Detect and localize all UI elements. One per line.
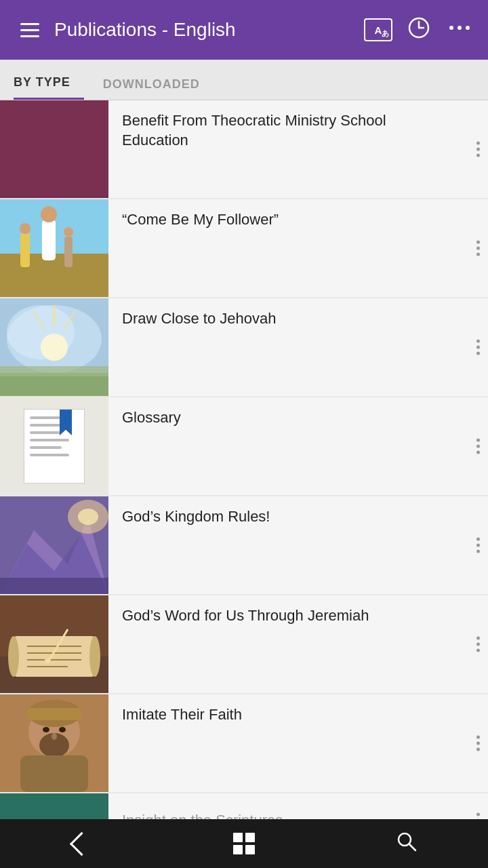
publication-thumbnail (0, 793, 108, 819)
hamburger-icon (20, 23, 39, 37)
svg-line-51 (409, 844, 415, 850)
svg-point-14 (64, 227, 73, 237)
list-item[interactable]: Glossary (0, 397, 488, 495)
publication-info: Draw Close to Jehovah (108, 298, 488, 396)
list-item[interactable]: “Come Be My Follower” (0, 199, 488, 297)
svg-point-18 (41, 334, 68, 361)
publication-info: Insight on the Scriptures... (108, 793, 488, 819)
more-options-icon (448, 16, 471, 44)
windows-logo-icon (233, 833, 255, 854)
publication-title: “Come Be My Follower” (122, 210, 279, 230)
publication-info: God’s Word for Us Through Jeremiah (108, 595, 488, 693)
publication-thumbnail (0, 100, 108, 198)
publication-thumbnail (0, 595, 108, 693)
more-options-button[interactable] (442, 12, 477, 47)
tab-downloaded[interactable]: DOWNLOADED (103, 71, 214, 100)
item-more-button[interactable] (476, 340, 480, 355)
item-more-button[interactable] (476, 538, 480, 553)
tabs-bar: BY TYPE DOWNLOADED (0, 60, 488, 100)
menu-button[interactable] (11, 0, 49, 60)
item-more-button[interactable] (476, 736, 480, 751)
item-more-button[interactable] (476, 439, 480, 454)
history-button[interactable] (401, 12, 436, 47)
back-button[interactable] (54, 819, 108, 868)
svg-point-5 (466, 26, 470, 30)
search-icon (396, 831, 418, 857)
page-title: Publications - English (54, 19, 361, 41)
home-button[interactable] (217, 819, 271, 868)
svg-rect-44 (27, 708, 81, 720)
tab-by-type[interactable]: BY TYPE (14, 68, 84, 100)
item-more-button[interactable] (476, 241, 480, 256)
list-item[interactable]: Draw Close to Jehovah (0, 298, 488, 396)
back-arrow-icon (73, 835, 90, 852)
publication-thumbnail (0, 397, 108, 495)
svg-rect-9 (42, 220, 56, 260)
svg-point-46 (43, 727, 49, 732)
translate-button[interactable]: Aあ (361, 12, 396, 47)
svg-rect-13 (64, 237, 73, 267)
publication-info: God’s Kingdom Rules! (108, 496, 488, 594)
publication-title: Insight on the Scriptures... (122, 811, 296, 819)
item-more-button[interactable] (476, 142, 480, 157)
publication-thumbnail (0, 694, 108, 792)
publication-info: Imitate Their Faith (108, 694, 488, 792)
svg-rect-23 (0, 366, 108, 376)
publication-thumbnail (0, 298, 108, 396)
publication-thumbnail (0, 496, 108, 594)
svg-point-34 (89, 636, 100, 677)
list-item[interactable]: Insight on the Scriptures... (0, 793, 488, 819)
publication-title: Benefit From Theocratic Ministry School … (122, 111, 455, 150)
search-button[interactable] (380, 819, 434, 868)
svg-point-3 (449, 26, 453, 30)
history-icon (407, 16, 430, 44)
svg-rect-11 (20, 233, 30, 267)
svg-rect-29 (0, 578, 108, 594)
item-more-button[interactable] (476, 813, 480, 820)
svg-rect-22 (0, 373, 108, 396)
publication-title: Draw Close to Jehovah (122, 309, 276, 329)
publication-title: God’s Word for Us Through Jeremiah (122, 606, 369, 626)
list-item[interactable]: Benefit From Theocratic Ministry School … (0, 100, 488, 198)
svg-point-33 (8, 636, 19, 677)
svg-rect-7 (0, 254, 108, 297)
publication-thumbnail (0, 199, 108, 297)
svg-rect-32 (14, 636, 95, 677)
publication-info: Glossary (108, 397, 488, 495)
publication-title: God’s Kingdom Rules! (122, 507, 270, 527)
publication-title: Glossary (122, 408, 181, 428)
svg-point-47 (59, 727, 66, 732)
svg-point-48 (52, 733, 57, 740)
item-more-button[interactable] (476, 637, 480, 652)
svg-point-10 (41, 206, 57, 222)
publication-info: “Come Be My Follower” (108, 199, 488, 297)
header-actions: Aあ (361, 12, 477, 47)
publications-list: Benefit From Theocratic Ministry School … (0, 100, 488, 819)
bottom-navigation (0, 819, 488, 868)
list-item[interactable]: Imitate Their Faith (0, 694, 488, 792)
svg-point-12 (20, 223, 30, 234)
list-item[interactable]: God’s Kingdom Rules! (0, 496, 488, 594)
app-header: Publications - English Aあ (0, 0, 488, 60)
svg-point-4 (458, 26, 462, 30)
glossary-doc-icon (24, 409, 85, 484)
list-item[interactable]: God’s Word for Us Through Jeremiah (0, 595, 488, 693)
publication-info: Benefit From Theocratic Ministry School … (108, 100, 488, 198)
publication-title: Imitate Their Faith (122, 705, 242, 725)
translate-icon: Aあ (364, 18, 392, 41)
svg-rect-49 (20, 755, 88, 792)
svg-point-28 (78, 509, 98, 525)
